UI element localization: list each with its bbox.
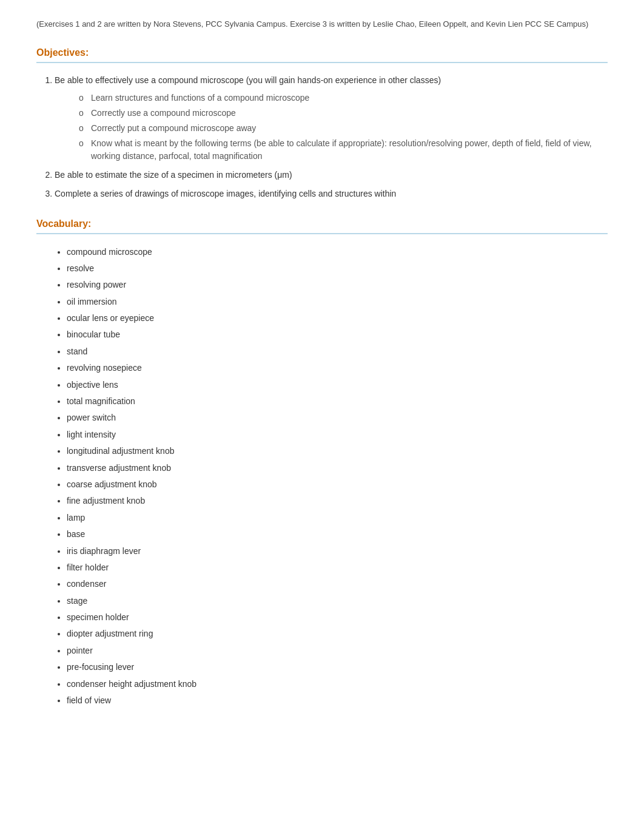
list-item: light intensity	[67, 428, 608, 441]
sub-item-text: Correctly put a compound microscope away	[91, 123, 256, 133]
list-item: longitudinal adjustment knob	[67, 444, 608, 458]
list-item: objective lens	[67, 378, 608, 391]
list-item: stage	[67, 594, 608, 607]
list-item: Correctly use a compound microscope	[79, 107, 608, 120]
list-item: binocular tube	[67, 328, 608, 341]
list-item: resolving power	[67, 278, 608, 291]
list-item: power switch	[67, 411, 608, 424]
list-item: fine adjustment knob	[67, 494, 608, 507]
sub-list: Learn structures and functions of a comp…	[79, 92, 608, 163]
list-item: compound microscope	[67, 245, 608, 259]
vocabulary-section: Vocabulary: compound microscoperesolvere…	[36, 218, 608, 708]
list-item: resolve	[67, 262, 608, 275]
sub-item-text: Learn structures and functions of a comp…	[91, 93, 309, 103]
list-item: specimen holder	[67, 610, 608, 624]
objectives-list: Be able to effectively use a compound mi…	[55, 74, 608, 200]
list-item: total magnification	[67, 394, 608, 408]
vocabulary-title: Vocabulary:	[36, 218, 608, 229]
list-item-text: Be able to estimate the size of a specim…	[55, 170, 292, 180]
sub-item-text: Know what is meant by the following term…	[91, 138, 592, 161]
list-item: pointer	[67, 644, 608, 657]
list-item: Correctly put a compound microscope away	[79, 122, 608, 135]
list-item: field of view	[67, 694, 608, 707]
list-item: Know what is meant by the following term…	[79, 137, 608, 163]
list-item: Be able to effectively use a compound mi…	[55, 74, 608, 163]
vocabulary-list: compound microscoperesolveresolving powe…	[67, 245, 608, 708]
list-item-text: Be able to effectively use a compound mi…	[55, 75, 441, 85]
list-item: iris diaphragm lever	[67, 544, 608, 558]
list-item: Learn structures and functions of a comp…	[79, 92, 608, 104]
list-item: diopter adjustment ring	[67, 627, 608, 640]
list-item: ocular lens or eyepiece	[67, 311, 608, 325]
list-item: transverse adjustment knob	[67, 461, 608, 475]
list-item: condenser	[67, 577, 608, 590]
list-item: revolving nosepiece	[67, 361, 608, 374]
list-item: stand	[67, 345, 608, 358]
list-item: base	[67, 527, 608, 541]
list-item: oil immersion	[67, 295, 608, 308]
list-item-text: Complete a series of drawings of microsc…	[55, 189, 396, 198]
objectives-title: Objectives:	[36, 47, 608, 58]
list-item: lamp	[67, 511, 608, 524]
sub-item-text: Correctly use a compound microscope	[91, 108, 236, 118]
list-item: condenser height adjustment knob	[67, 677, 608, 691]
list-item: Complete a series of drawings of microsc…	[55, 188, 608, 200]
attribution-text: (Exercises 1 and 2 are written by Nora S…	[36, 18, 608, 30]
list-item: coarse adjustment knob	[67, 478, 608, 491]
list-item: pre-focusing lever	[67, 660, 608, 674]
objectives-divider	[36, 62, 608, 63]
objectives-section: Objectives: Be able to effectively use a…	[36, 47, 608, 200]
vocabulary-divider	[36, 233, 608, 234]
list-item: filter holder	[67, 561, 608, 574]
list-item: Be able to estimate the size of a specim…	[55, 169, 608, 181]
